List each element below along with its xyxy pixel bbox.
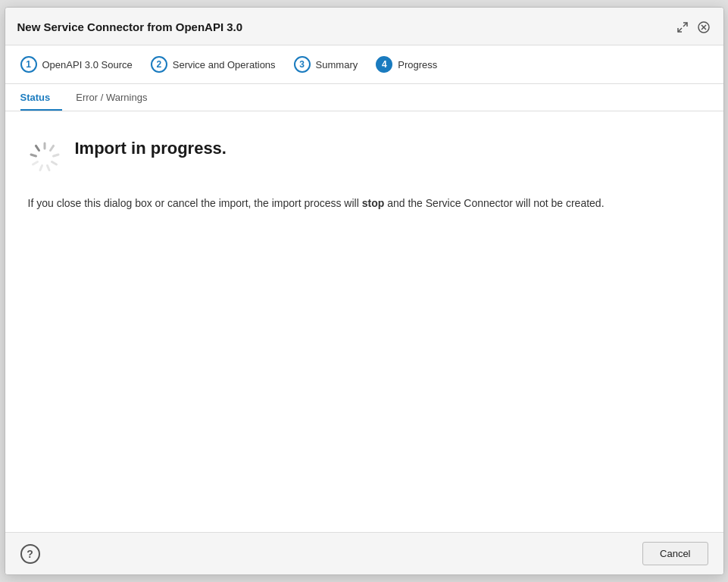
step-3-label: Summary: [316, 59, 358, 70]
tab-error-warnings[interactable]: Error / Warnings: [76, 84, 159, 111]
svg-line-9: [47, 166, 49, 171]
step-3: 3 Summary: [294, 56, 358, 73]
import-desc-stop: stop: [362, 197, 385, 209]
svg-line-13: [36, 146, 39, 150]
svg-line-12: [31, 155, 36, 156]
content-area: Import in progress. If you close this di…: [5, 111, 723, 532]
step-4-circle: 4: [376, 56, 392, 73]
svg-line-11: [33, 162, 37, 165]
stepper-bar: 1 OpenAPI 3.0 Source 2 Service and Opera…: [5, 45, 723, 84]
import-desc-before-stop: If you close this dialog box or cancel t…: [28, 197, 362, 209]
svg-line-10: [40, 166, 42, 171]
import-desc-after-stop: and the Service Connector will not be cr…: [384, 197, 604, 209]
footer: ? Cancel: [5, 532, 723, 574]
dialog: New Service Connector from OpenAPI 3.0: [5, 7, 724, 575]
step-2-circle: 2: [151, 56, 167, 73]
help-button[interactable]: ?: [20, 544, 40, 564]
step-2-label: Service and Operations: [173, 59, 276, 70]
cancel-button[interactable]: Cancel: [642, 542, 708, 565]
expand-button[interactable]: [675, 20, 690, 35]
svg-line-6: [50, 146, 53, 150]
step-1-circle: 1: [20, 56, 37, 73]
import-title: Import in progress.: [75, 139, 227, 158]
title-bar: New Service Connector from OpenAPI 3.0: [5, 8, 723, 45]
step-2: 2 Service and Operations: [151, 56, 276, 73]
step-1-label: OpenAPI 3.0 Source: [42, 59, 133, 70]
import-row: Import in progress.: [28, 139, 701, 174]
tab-bar: Status Error / Warnings: [5, 84, 723, 111]
dialog-title: New Service Connector from OpenAPI 3.0: [17, 20, 243, 33]
import-description: If you close this dialog box or cancel t…: [28, 195, 701, 213]
step-3-circle: 3: [294, 56, 311, 73]
step-4-label: Progress: [398, 59, 437, 70]
close-button[interactable]: [696, 20, 711, 35]
title-icons: [675, 20, 711, 35]
step-4: 4 Progress: [376, 56, 437, 73]
tab-status[interactable]: Status: [20, 84, 63, 111]
svg-line-8: [52, 162, 56, 165]
svg-line-7: [53, 155, 58, 156]
step-1: 1 OpenAPI 3.0 Source: [20, 56, 133, 73]
spinner-icon: [28, 140, 61, 174]
